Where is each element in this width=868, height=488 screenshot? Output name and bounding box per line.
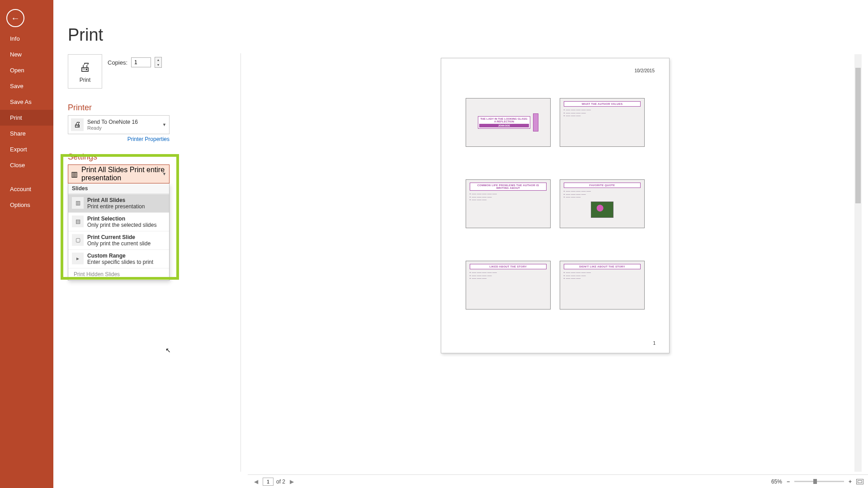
slide-subtitle: JOHN DOE — [479, 124, 528, 127]
range-selected-title: Print All Slides — [81, 166, 127, 174]
sidebar-item-print[interactable]: Print — [0, 110, 53, 126]
copies-label: Copies: — [108, 59, 127, 66]
sidebar-item-open[interactable]: Open — [0, 62, 53, 78]
settings-heading: Settings — [68, 152, 231, 162]
chevron-down-icon: ▼ — [162, 172, 166, 176]
slide-title: COMMON LIFE PROBLEMS THE AUTHOR IS WRITI… — [470, 183, 547, 191]
slide-body-text: • —— —— —— —— ——• —— —— —— ——• —— —— —— — [466, 192, 550, 202]
preview-page-number: 1 — [653, 341, 656, 346]
range-option-print-current-slide[interactable]: ▢Print Current SlideOnly print the curre… — [68, 231, 169, 249]
print-button-label: Print — [80, 77, 91, 83]
preview-page: 10/2/2015 1 THE LADY IN THE LOOKING GLAS… — [441, 58, 670, 353]
slide-body-text: • —— —— —— —— ——• —— —— —— ——• —— —— —— — [560, 189, 644, 200]
spinner-down-icon[interactable]: ▼ — [155, 62, 161, 67]
option-title: Print Selection — [87, 216, 156, 222]
print-preview: 10/2/2015 1 THE LADY IN THE LOOKING GLAS… — [248, 54, 863, 472]
page-number-input[interactable] — [263, 478, 274, 486]
preview-slide-thumbnail: COMMON LIFE PROBLEMS THE AUTHOR IS WRITI… — [466, 179, 551, 228]
zoom-out-button[interactable]: − — [787, 479, 790, 485]
range-option-print-all-slides[interactable]: ▥Print All SlidesPrint entire presentati… — [68, 194, 169, 212]
slides-option-icon: ▤ — [72, 216, 84, 227]
printer-name: Send To OneNote 16 — [87, 119, 138, 125]
slides-option-icon: ▸ — [72, 253, 84, 264]
printer-heading: Printer — [68, 103, 231, 113]
sidebar-item-account[interactable]: Account — [0, 181, 53, 197]
option-title: Custom Range — [87, 253, 153, 259]
printer-icon: 🖨 — [79, 60, 91, 74]
slide-title: THE LADY IN THE LOOKING GLASS: A REFLECT… — [478, 116, 530, 129]
slide-title: WHAT THE AUTHOR VALUES — [564, 101, 641, 107]
slide-body-text: • —— —— —— —— ——• —— —— —— ——• —— —— —— — [560, 270, 644, 281]
zoom-percent-label: 65% — [771, 479, 782, 485]
backstage-main: Print 🖨 Print Copies: ▲ ▼ Printer i 🖨 — [53, 0, 868, 488]
preview-slide-thumbnail: WHAT THE AUTHOR VALUES• —— —— —— —— ——• … — [560, 98, 645, 147]
vertical-divider — [241, 53, 241, 472]
scrollbar-thumb[interactable] — [855, 68, 861, 203]
preview-date: 10/2/2015 — [635, 68, 655, 73]
sidebar-item-save[interactable]: Save — [0, 78, 53, 94]
slide-body-text: • —— —— —— —— ——• —— —— —— ——• —— —— —— — [560, 108, 644, 118]
preview-slide-thumbnail: LIKED ABOUT THE STORY• —— —— —— —— ——• —… — [466, 261, 551, 310]
back-button[interactable]: ← — [6, 9, 24, 27]
next-page-button[interactable]: ▶ — [288, 479, 296, 485]
sidebar-item-export[interactable]: Export — [0, 141, 53, 157]
zoom-slider[interactable] — [794, 481, 844, 482]
prev-page-button[interactable]: ◀ — [252, 479, 260, 485]
slide-decoration — [533, 113, 538, 131]
slides-option-icon: ▢ — [72, 234, 84, 246]
sidebar-item-close[interactable]: Close — [0, 157, 53, 173]
chevron-down-icon: ▼ — [162, 122, 166, 127]
printer-device-icon: 🖨 — [71, 118, 84, 131]
dropdown-section-header: Slides — [68, 183, 169, 194]
preview-slide-thumbnail: DIDN'T LIKE ABOUT THE STORY• —— —— —— ——… — [560, 261, 645, 310]
preview-scrollbar[interactable] — [854, 54, 862, 472]
option-subtitle: Enter specific slides to print — [87, 259, 153, 265]
zoom-controls: 65% − + — [771, 479, 863, 485]
print-controls-column: 🖨 Print Copies: ▲ ▼ Printer i 🖨 Send To … — [68, 54, 231, 281]
page-navigator: ◀ of 2 ▶ — [252, 478, 296, 486]
sidebar-item-save-as[interactable]: Save As — [0, 94, 53, 110]
slide-image — [591, 202, 613, 218]
option-subtitle: Print entire presentation — [87, 203, 145, 210]
page-count-label: of 2 — [276, 479, 285, 485]
sidebar-item-info[interactable]: Info — [0, 31, 53, 47]
zoom-to-fit-button[interactable] — [856, 479, 863, 484]
option-title: Print Current Slide — [87, 234, 151, 240]
preview-slide-thumbnail: THE LADY IN THE LOOKING GLASS: A REFLECT… — [466, 98, 551, 147]
backstage-sidebar: ← InfoNewOpenSaveSave AsPrintShareExport… — [0, 0, 53, 488]
preview-slide-thumbnail: FAVORITE QUOTE• —— —— —— —— ——• —— —— ——… — [560, 179, 645, 228]
slide-title: FAVORITE QUOTE — [564, 183, 641, 188]
slide-body-text: • —— —— —— —— ——• —— —— —— ——• —— —— —— — [466, 270, 550, 281]
range-option-custom-range[interactable]: ▸Custom RangeEnter specific slides to pr… — [68, 249, 169, 268]
print-button[interactable]: 🖨 Print — [68, 54, 102, 89]
range-option-print-selection[interactable]: ▤Print SelectionOnly print the selected … — [68, 212, 169, 231]
print-range-dropdown: Slides ▥Print All SlidesPrint entire pre… — [68, 183, 170, 281]
slide-title: LIKED ABOUT THE STORY — [470, 264, 547, 269]
back-arrow-icon: ← — [11, 13, 20, 23]
slides-stack-icon: ▥ — [71, 170, 78, 178]
print-range-selector[interactable]: ▥ Print All Slides Print entire presenta… — [68, 164, 170, 183]
print-hidden-slides-option: Print Hidden Slides — [68, 268, 169, 280]
slide-title: DIDN'T LIKE ABOUT THE STORY — [564, 264, 641, 269]
zoom-slider-thumb[interactable] — [813, 479, 817, 484]
sidebar-item-share[interactable]: Share — [0, 126, 53, 141]
option-subtitle: Only print the selected slides — [87, 222, 156, 228]
printer-status: Ready — [87, 125, 138, 131]
copies-spinner[interactable]: ▲ ▼ — [155, 57, 162, 68]
sidebar-item-new[interactable]: New — [0, 47, 53, 62]
slides-option-icon: ▥ — [72, 197, 84, 209]
printer-properties-link[interactable]: Printer Properties — [68, 136, 170, 142]
printer-selector[interactable]: 🖨 Send To OneNote 16 Ready ▼ — [68, 115, 170, 134]
mouse-cursor-icon: ↖ — [165, 347, 171, 354]
spinner-up-icon[interactable]: ▲ — [155, 57, 161, 62]
sidebar-item-options[interactable]: Options — [0, 197, 53, 213]
option-title: Print All Slides — [87, 197, 145, 203]
option-subtitle: Only print the current slide — [87, 240, 151, 247]
copies-input[interactable] — [131, 57, 151, 67]
page-title: Print — [68, 25, 103, 45]
zoom-in-button[interactable]: + — [849, 479, 852, 485]
preview-status-bar: ◀ of 2 ▶ 65% − + — [248, 474, 868, 488]
